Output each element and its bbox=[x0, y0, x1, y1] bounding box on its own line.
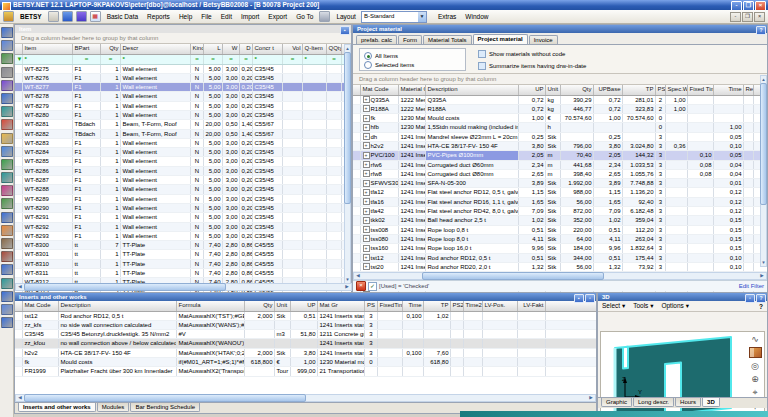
toolbar-icon[interactable] bbox=[1, 119, 13, 130]
toolbar-icon[interactable] bbox=[1, 291, 13, 302]
chevron-down-icon[interactable]: ▼ bbox=[418, 12, 426, 22]
material-row[interactable]: +tfa161241 Inserts...Flat steel anchor R… bbox=[353, 198, 767, 207]
toolbar-icon[interactable] bbox=[1, 238, 13, 249]
menu-help[interactable]: Help bbox=[175, 12, 196, 21]
item-row[interactable]: WT-8287F11Wall elementN5,003,000,20C35/4… bbox=[15, 176, 351, 185]
insert-row[interactable]: C35/45C35/45 Betonzyl.druckfestigk. 35 N… bbox=[15, 330, 596, 339]
material-row[interactable]: +PVC/1001241 Inserts...PVC-Pipes Ø100mm2… bbox=[353, 151, 767, 160]
tab-hours[interactable]: Hours bbox=[675, 398, 701, 407]
expander-icon[interactable]: + bbox=[363, 217, 370, 224]
item-row[interactable]: WT-8291F11Wall elementN5,003,000,20C35/4… bbox=[15, 213, 351, 222]
toolbar-icon[interactable] bbox=[1, 40, 13, 51]
tab-graphic[interactable]: Graphic bbox=[601, 398, 632, 407]
item-row[interactable]: WT-8289F11Wall elementN5,003,000,20C35/4… bbox=[15, 195, 351, 204]
layout-select[interactable]: B-Standard ▼ bbox=[361, 11, 427, 23]
mdi-minimize-button[interactable]: - bbox=[730, 12, 741, 22]
menu-import[interactable]: Import bbox=[237, 12, 263, 21]
toolbar-icon[interactable] bbox=[1, 264, 13, 275]
toolbar-icon[interactable] bbox=[1, 106, 13, 117]
item-row[interactable]: WT-8276F11Wall elementN5,003,000,20C35/4… bbox=[15, 74, 351, 83]
expander-icon[interactable]: + bbox=[363, 115, 370, 122]
toolbar-icon[interactable] bbox=[1, 172, 13, 183]
viewer-menu-select[interactable]: Select ▾ bbox=[602, 302, 625, 310]
inserts-horizontal-scrollbar[interactable]: ◀▶ bbox=[15, 394, 596, 402]
pin-icon[interactable]: ▪ bbox=[340, 26, 350, 35]
toolbar-icon[interactable] bbox=[1, 251, 13, 262]
remove-filter-icon[interactable]: × bbox=[356, 281, 366, 291]
expander-icon[interactable]: + bbox=[363, 235, 370, 242]
material-horizontal-scrollbar[interactable]: ◀▶ bbox=[353, 272, 767, 280]
expander-icon[interactable]: + bbox=[363, 133, 370, 140]
mail-icon[interactable] bbox=[62, 11, 73, 22]
material-row[interactable]: +SFWVS301241 Inserts...SFA-N-05-3003,89S… bbox=[353, 179, 767, 188]
inserts-table-header[interactable]: Mat CodeDescriptionFormulaQtyUnitUPMat G… bbox=[15, 301, 596, 312]
menu-goto[interactable]: Go To bbox=[292, 12, 317, 21]
help-icon[interactable]: ? bbox=[756, 26, 766, 35]
expander-icon[interactable]: + bbox=[363, 124, 370, 131]
tab-project-material[interactable]: Project material bbox=[473, 34, 528, 44]
expander-icon[interactable]: + bbox=[363, 226, 370, 233]
expander-icon[interactable]: + bbox=[363, 263, 370, 270]
material-row[interactable]: +tst201241 Inserts...Rod anchor RD20, 2,… bbox=[353, 263, 767, 272]
item-row[interactable]: WT-8300tt7TT-PlateN7,402,800,86C45/55 bbox=[15, 241, 351, 250]
expander-icon[interactable]: + bbox=[363, 96, 370, 103]
filter-row[interactable]: ▼*==*====*=*= bbox=[15, 55, 351, 65]
toolbar-icon[interactable] bbox=[1, 212, 13, 223]
material-row[interactable]: +Q335A1222 MeshQ335A0,72kg390,290,72281,… bbox=[353, 96, 767, 105]
toolbar-icon[interactable] bbox=[1, 27, 13, 38]
header-row[interactable]: ItemBPartQtyDescrKindLWDConcr tVolQ-Item… bbox=[15, 44, 351, 55]
panel-minimize-icon[interactable]: ▪ bbox=[574, 294, 584, 303]
toolbar-icon[interactable] bbox=[1, 185, 13, 196]
material-row[interactable]: +hfb1230 Materia...1,5Stdn mould making … bbox=[353, 123, 767, 132]
material-row[interactable]: +fk1230 Materia...Mould costs1,00€70.574… bbox=[353, 114, 767, 123]
tab-modules[interactable]: Modules bbox=[97, 403, 130, 412]
header-row[interactable]: Mat CodeMaterial GroupDescriptionUPUnitQ… bbox=[353, 85, 767, 96]
material-row[interactable]: +tst121241 Inserts...Rod anchor RD12, 0,… bbox=[353, 254, 767, 263]
item-row[interactable]: WT-8285F11Wall elementN5,003,000,20C35/4… bbox=[15, 157, 351, 166]
app-grid-icon[interactable] bbox=[3, 11, 14, 22]
menu-basic-data[interactable]: Basic Data bbox=[103, 12, 142, 21]
menu-reports[interactable]: Reports bbox=[143, 12, 174, 21]
cube-view-icon[interactable] bbox=[749, 347, 762, 358]
material-table-header[interactable]: Mat CodeMaterial GroupDescriptionUPUnitQ… bbox=[353, 85, 767, 96]
toolbar-icon[interactable] bbox=[1, 278, 13, 289]
expander-icon[interactable]: + bbox=[363, 161, 370, 168]
insert-row[interactable]: tst12Rod anchor RD12, 0,5 tMatAuswahlX('… bbox=[15, 312, 596, 321]
item-row[interactable]: WT-8293F11Wall elementN5,003,000,20C35/4… bbox=[15, 232, 351, 241]
toolbar-icon[interactable] bbox=[1, 198, 13, 209]
mdi-restore-button[interactable]: ❐ bbox=[742, 12, 753, 22]
expander-icon[interactable]: + bbox=[363, 142, 370, 149]
expander-icon[interactable]: + bbox=[363, 152, 370, 159]
zoom-in-icon[interactable]: ⊕ bbox=[751, 374, 759, 384]
view-mode-icon[interactable]: ◎ bbox=[751, 361, 759, 371]
expander-icon[interactable]: + bbox=[363, 170, 370, 177]
material-vertical-scrollbar[interactable]: ▲▼ bbox=[760, 75, 767, 267]
viewer-help-icon[interactable]: ? bbox=[759, 303, 763, 310]
menu-window[interactable]: Window bbox=[461, 12, 492, 21]
item-row[interactable]: WT-8277F11Wall elementN5,003,000,20C35/4… bbox=[15, 83, 351, 92]
tab-bar-bending-schedule[interactable]: Bar Bending Schedule bbox=[130, 403, 200, 412]
expander-icon[interactable]: + bbox=[363, 245, 370, 252]
filter-checkbox[interactable]: ✓ bbox=[368, 282, 377, 291]
item-row[interactable]: WT-8281TBdach1Beam, T-Form, RoofN20,000,… bbox=[15, 120, 351, 129]
material-row[interactable]: +tfa421241 Inserts...Flat steel anchor R… bbox=[353, 207, 767, 216]
toolbar-icon[interactable] bbox=[1, 67, 13, 78]
insert-row[interactable]: zz_kfsno side wall connection calculated… bbox=[15, 321, 596, 330]
item-row[interactable]: WT-8283F11Wall elementN5,003,000,20C35/4… bbox=[15, 139, 351, 148]
expander-icon[interactable]: + bbox=[363, 198, 370, 205]
radio-all-items[interactable]: All Items bbox=[364, 52, 398, 60]
menu-export[interactable]: Export bbox=[264, 12, 291, 21]
insert-row[interactable]: FR1999Platzhalter Fracht über 300 km Inn… bbox=[15, 367, 596, 376]
panel-restore-icon[interactable]: ▫ bbox=[745, 294, 755, 303]
material-row[interactable]: +rfw61241 Inserts...Corrugated duct Ø60m… bbox=[353, 161, 767, 170]
printer-icon[interactable] bbox=[319, 11, 330, 22]
material-row[interactable]: +tss0801241 Inserts...Rope loop 8,0 t4,1… bbox=[353, 235, 767, 244]
panel-restore-icon[interactable]: ▫ bbox=[585, 294, 595, 303]
mdi-close-button[interactable]: × bbox=[754, 12, 765, 22]
item-row[interactable]: WT-8284F11Wall elementN5,003,000,20C35/4… bbox=[15, 148, 351, 157]
insert-row[interactable]: h2v2HTA-CE 38/17-FV- 150 4FMatAuswahlX('… bbox=[15, 349, 596, 358]
item-row[interactable]: WT-8290F11Wall elementN5,003,000,20C35/4… bbox=[15, 204, 351, 213]
expander-icon[interactable]: + bbox=[363, 254, 370, 261]
item-row[interactable]: WT-8282TBdach1Beam, T-Form, RoofN20,000,… bbox=[15, 130, 351, 139]
tab-prefab-calc[interactable]: prefab. calc bbox=[356, 35, 397, 44]
